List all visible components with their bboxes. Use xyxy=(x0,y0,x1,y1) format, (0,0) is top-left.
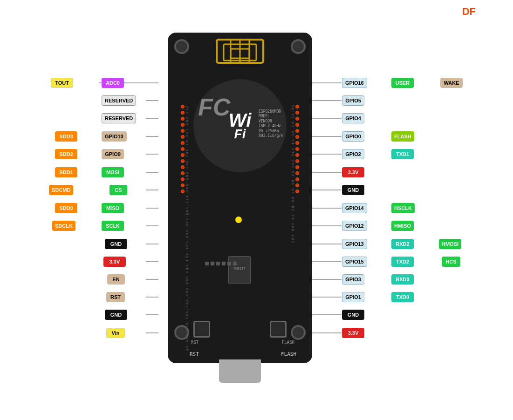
pin-33v-l: 3.3V xyxy=(103,257,126,267)
pin-sdd2: SDD2 xyxy=(55,149,77,159)
pad-grid xyxy=(205,262,237,265)
pin-gpio5: GPIO5 xyxy=(342,95,364,106)
pin-hcs: HCS xyxy=(442,257,460,267)
mount-hole-tl xyxy=(174,39,189,54)
pin-rst: RST xyxy=(106,292,125,302)
pin-gpio14: GPIO14 xyxy=(342,203,367,213)
pin-gpio9: GPIO9 xyxy=(102,149,124,159)
flash-button[interactable] xyxy=(270,321,287,338)
pin-33v-r2: 3.3V xyxy=(342,328,364,338)
pin-txd2: TXD2 xyxy=(391,257,414,267)
board-body: Wi Fi FC ESP8266MOD MODEL VENDOR ISM 2.4… xyxy=(168,33,312,363)
pin-gpio12: GPIO12 xyxy=(342,221,367,231)
pin-miso: MISO xyxy=(102,203,124,213)
pin-sclk: SCLK xyxy=(102,221,124,231)
pin-gpio10: GPIO10 xyxy=(102,131,127,142)
right-pin-dots xyxy=(295,105,299,193)
pin-sdcmd: SDCMD xyxy=(49,185,73,195)
pin-txd1: TXD1 xyxy=(391,149,414,159)
pin-gnd-r1: GND xyxy=(342,185,364,195)
pin-mosi: MOSI xyxy=(102,167,124,177)
small-ic: AMS117 xyxy=(228,256,251,284)
pin-txd0: TXD0 xyxy=(391,292,414,302)
mount-hole-tr xyxy=(291,39,306,54)
pin-wake: WAKE xyxy=(440,78,463,88)
rst-label: RST xyxy=(191,340,198,345)
pin-reserved1: RESERVED xyxy=(102,95,136,106)
pin-gnd-l1: GND xyxy=(105,239,127,249)
df-logo: DF xyxy=(462,6,476,18)
pin-flash-r: FLASH xyxy=(391,131,414,142)
pin-sdclk: SDCLK xyxy=(52,221,75,231)
pin-gnd-l2: GND xyxy=(105,310,127,320)
pin-gpio0: GPIO0 xyxy=(342,131,364,142)
pin-hmiso: HMISO xyxy=(391,221,414,231)
board: Wi Fi FC ESP8266MOD MODEL VENDOR ISM 2.4… xyxy=(154,33,326,368)
pin-hmosi: HMOSI xyxy=(439,239,461,249)
pin-gpio4: GPIO4 xyxy=(342,113,364,123)
pin-sdd0: SDD0 xyxy=(55,203,77,213)
mount-hole-br xyxy=(291,325,306,340)
antenna xyxy=(214,37,266,65)
pin-cs: CS xyxy=(109,185,127,195)
rst-button[interactable] xyxy=(193,321,210,338)
pin-gnd-r2: GND xyxy=(342,310,364,320)
board-rst-label: RST xyxy=(190,351,199,357)
pin-gpio3: GPIO3 xyxy=(342,274,364,285)
pin-gpio13: GPIO13 xyxy=(342,239,367,249)
led-yellow xyxy=(235,217,242,223)
usb-connector xyxy=(219,359,261,383)
pin-gpio1: GPIO1 xyxy=(342,292,364,302)
chip-text: ESP8266MOD MODEL VENDOR ISM 2.4GHz PA +2… xyxy=(259,109,283,138)
pin-user: USER xyxy=(391,78,414,88)
pin-hsclk: HSCLK xyxy=(391,203,415,213)
pin-33v-r: 3.3V xyxy=(342,167,364,177)
right-side-text: D0 D1 D2 D3 D4 V3A GND D5 D6 D7 D8 RX TX… xyxy=(291,105,294,244)
pin-rxd2: RXD2 xyxy=(391,239,414,249)
pin-tout: TOUT xyxy=(51,78,73,88)
pin-reserved2: RESERVED xyxy=(102,113,136,123)
pin-sdd1: SDD1 xyxy=(55,167,77,177)
pin-gpio15: GPIO15 xyxy=(342,257,367,267)
pin-vin: Vin xyxy=(106,328,125,338)
board-flash-label: FLASH xyxy=(281,351,296,357)
pin-adc0: ADC0 xyxy=(102,78,124,88)
pin-sdd3: SDD3 xyxy=(55,131,77,142)
board-fc-label: FC xyxy=(198,93,230,121)
pin-rxd0: RXD0 xyxy=(391,274,414,285)
pin-gpio16: GPIO16 xyxy=(342,78,367,88)
pin-en: EN xyxy=(107,274,125,285)
left-pin-dots xyxy=(181,105,185,193)
left-side-text: A0 ASR ASR ERS ERS ERS ERS E4S ERS 4MS D… xyxy=(185,105,189,351)
flash-label: FLASH xyxy=(282,340,294,345)
pin-gpio2: GPIO2 xyxy=(342,149,364,159)
